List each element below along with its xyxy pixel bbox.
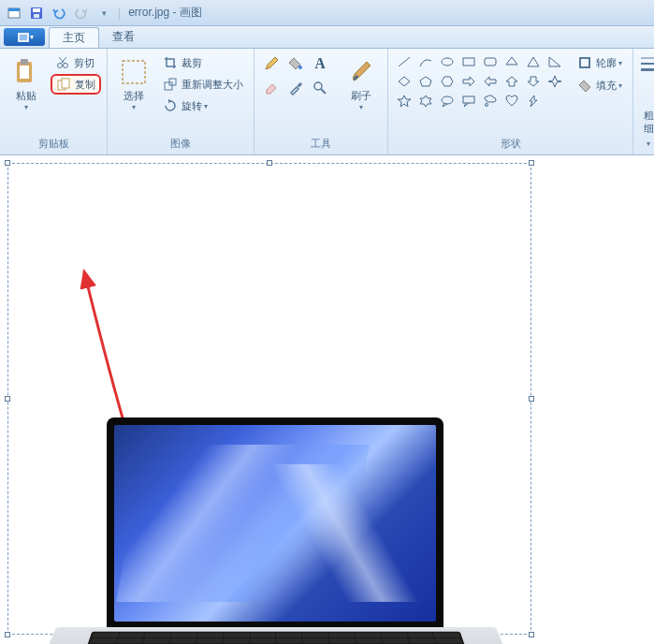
save-icon[interactable] [26,3,47,23]
shape-line[interactable] [394,52,414,71]
stroke-label: 粗细▾ [639,109,654,149]
select-button[interactable]: 选择 ▾ [113,52,154,131]
text-tool[interactable]: A [309,52,331,75]
file-menu-icon [17,32,30,43]
copy-icon [56,77,71,92]
svg-marker-34 [442,77,453,86]
crop-icon [163,55,178,70]
cut-button[interactable]: 剪切 [51,52,101,73]
resize-icon [163,77,178,92]
svg-marker-36 [398,95,411,107]
shape-lightning[interactable] [523,92,544,110]
svg-rect-1 [8,8,20,11]
canvas-content-laptop [56,417,496,644]
shape-heart[interactable] [501,92,522,110]
pencil-tool[interactable] [260,52,283,75]
resize-handle[interactable] [5,632,10,637]
eraser-tool[interactable] [260,77,283,99]
shape-star6[interactable] [415,92,436,110]
svg-marker-37 [420,95,431,107]
system-menu-icon[interactable] [4,3,24,23]
picker-tool[interactable] [284,77,307,99]
brush-label: 刷子 [351,89,371,103]
fill-label: 填充 [596,79,617,93]
resize-handle[interactable] [529,160,534,166]
scissors-icon [55,55,70,70]
shape-arrow-down[interactable] [523,72,544,91]
shape-rect[interactable] [458,52,479,71]
shape-pentagon[interactable] [415,72,436,91]
dropdown-icon: ▾ [618,59,622,67]
shape-star4[interactable] [545,72,565,91]
menubar: ▾ 主页 查看 [0,26,654,49]
cut-label: 剪切 [74,56,94,70]
shapes-gallery[interactable] [394,52,565,131]
qat-dropdown-icon[interactable]: ▾ [94,3,114,23]
shape-hexagon[interactable] [437,72,458,91]
shape-arrow-left[interactable] [480,72,501,91]
paste-label: 粘贴 [16,89,36,103]
group-tools: A 刷子 ▾ 工具 [254,49,388,154]
group-clipboard: 粘贴 ▾ 剪切 复制 剪贴板 [0,49,108,154]
resize-handle[interactable] [5,396,10,402]
shape-roundrect[interactable] [480,52,501,71]
svg-point-26 [442,58,453,66]
svg-point-22 [298,66,302,69]
resize-button[interactable]: 重新调整大小 [158,74,248,95]
stroke-icon[interactable] [639,54,654,71]
ribbon: 粘贴 ▾ 剪切 复制 剪贴板 选择 ▾ [0,49,654,155]
svg-marker-32 [399,77,410,86]
svg-line-25 [399,57,410,66]
copy-label: 复制 [75,78,95,92]
outline-label: 轮廓 [596,56,617,70]
resize-handle[interactable] [267,160,272,166]
magnifier-tool[interactable] [309,77,331,99]
resize-handle[interactable] [529,396,534,402]
svg-rect-19 [165,82,172,90]
rotate-button[interactable]: 旋转 ▾ [158,95,248,116]
dropdown-icon: ▾ [618,81,622,90]
select-label: 选择 [124,89,144,103]
laptop-base [31,627,521,644]
titlebar: ▾ | error.jpg - 画图 [0,0,654,26]
resize-handle[interactable] [5,160,10,166]
resize-handle[interactable] [529,632,534,637]
shape-callout-cloud[interactable] [480,92,501,110]
shape-arrow-up[interactable] [501,72,522,91]
shape-callout-round[interactable] [437,92,458,110]
shape-polygon[interactable] [501,52,522,71]
undo-icon[interactable] [49,3,69,23]
crop-button[interactable]: 裁剪 [158,52,248,73]
group-stroke: 粗细▾ [633,49,654,154]
shape-diamond[interactable] [394,72,414,91]
svg-line-24 [321,89,326,94]
shape-triangle[interactable] [523,52,544,71]
paste-button[interactable]: 粘贴 ▾ [6,52,47,131]
tab-view[interactable]: 查看 [99,26,148,48]
shape-rtriangle[interactable] [545,52,565,71]
shape-curve[interactable] [415,52,436,71]
shape-arrow-right[interactable] [458,72,479,91]
group-tools-label: 工具 [254,135,387,154]
brush-button[interactable]: 刷子 ▾ [341,52,382,131]
svg-rect-42 [580,58,589,67]
copy-button[interactable]: 复制 [51,74,101,95]
svg-rect-27 [463,58,474,66]
shape-callout-rect[interactable] [458,92,479,110]
svg-rect-10 [21,59,28,65]
group-image: 选择 ▾ 裁剪 重新调整大小 旋转 ▾ 图像 [108,49,254,154]
fill-tool[interactable] [284,52,307,75]
dropdown-icon: ▾ [24,103,28,111]
outline-button[interactable]: 轮廓 ▾ [573,52,627,73]
redo-icon[interactable] [71,3,92,23]
shape-star5[interactable] [394,92,414,110]
shape-oval[interactable] [437,52,458,71]
group-clipboard-label: 剪贴板 [0,135,107,154]
fill-button[interactable]: 填充 ▾ [573,75,627,95]
dropdown-icon: ▾ [204,102,208,110]
file-menu[interactable]: ▾ [4,28,45,46]
group-image-label: 图像 [108,135,254,154]
svg-rect-39 [463,96,474,103]
tab-home[interactable]: 主页 [49,27,99,48]
brush-icon [346,57,376,87]
